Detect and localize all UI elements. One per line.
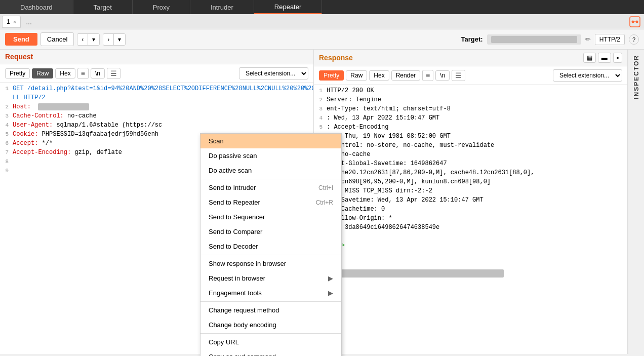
menu-engagement-label: Engagement tools [209, 289, 262, 297]
tab-label: 1 [7, 18, 10, 25]
nav-next-button[interactable]: › [103, 34, 114, 45]
resp-pretty-btn[interactable]: Pretty [319, 70, 344, 81]
menu-scan[interactable]: Scan [200, 134, 341, 148]
resp-select-extension[interactable]: Select extension... [553, 69, 622, 82]
response-format-buttons: Pretty Raw Hex Render ≡ \n ☰ [319, 70, 465, 81]
nav-next-drop-button[interactable]: ▾ [114, 34, 125, 45]
menu-send-decoder[interactable]: Send to Decoder [200, 239, 341, 254]
resp-line-21: 21 █████████████████████████████████████… [314, 269, 627, 279]
resp-line-18: 18 <ter> [314, 242, 627, 251]
nav-prev-button[interactable]: ‹ [77, 34, 88, 45]
nav-intruder[interactable]: Intruder [190, 0, 254, 14]
resp-hex-btn[interactable]: Hex [369, 70, 389, 81]
inspector-sidebar: INSPECTOR [628, 50, 644, 354]
nav-proxy[interactable]: Proxy [133, 0, 190, 14]
menu-scan-label: Scan [209, 137, 224, 145]
resp-line-12: 12 che: MISS TCP_MISS dirn:-2:-2 [314, 187, 627, 196]
resp-format-icon[interactable]: ≡ [422, 70, 433, 81]
req-raw-btn[interactable]: Raw [32, 68, 53, 78]
menu-copy-url[interactable]: Copy URL [200, 335, 341, 349]
response-code-area[interactable]: 1 HTTP/2 200 OK 2 Server: Tengine 3 ent-… [314, 85, 627, 354]
resp-line-2: 2 Server: Tengine [314, 96, 627, 105]
send-button[interactable]: Send [5, 33, 37, 46]
menu-decoder-label: Send to Decoder [209, 243, 258, 250]
response-format-bar: Pretty Raw Hex Render ≡ \n ☰ Select exte… [314, 66, 627, 85]
menu-change-method[interactable]: Change request method [200, 303, 341, 318]
req-format-icon[interactable]: ≡ [77, 68, 89, 79]
menu-sep-2 [200, 255, 341, 255]
target-label: Target: [461, 35, 483, 43]
collab-icon[interactable] [628, 15, 642, 29]
req-select-extension[interactable]: Select extension... [239, 67, 308, 80]
response-view-toggle-1[interactable]: ▦ [583, 53, 596, 63]
svg-point-2 [636, 20, 638, 23]
cancel-button[interactable]: Cancel [41, 32, 74, 46]
menu-request-browser-arrow: ▶ [328, 274, 333, 282]
req-hex-btn[interactable]: Hex [55, 68, 75, 78]
resp-menu-icon[interactable]: ☰ [452, 70, 465, 81]
resp-raw-btn[interactable]: Raw [346, 70, 367, 81]
menu-change-encoding-label: Change body encoding [209, 321, 276, 329]
menu-repeater-shortcut: Ctrl+R [316, 199, 333, 206]
menu-send-repeater[interactable]: Send to Repeater Ctrl+R [200, 195, 341, 210]
resp-line-17: 17 [314, 233, 627, 242]
menu-sep-1 [200, 179, 341, 179]
nav-target[interactable]: Target [73, 0, 133, 14]
req-line-2: 2 Host: ██ ██ ██ ██ [0, 103, 313, 112]
req-newline-btn[interactable]: \n [91, 68, 105, 78]
resp-render-btn[interactable]: Render [391, 70, 420, 81]
menu-engagement-arrow: ▶ [328, 289, 333, 297]
tab-bar: 1 × ... [0, 14, 644, 29]
nav-dashboard[interactable]: Dashboard [0, 0, 73, 14]
menu-copy-curl-label: Copy as curl command [209, 353, 276, 356]
target-area: Target: ████████████████████ ✏ HTTP/2 ? [461, 34, 639, 45]
resp-line-14: 14 ift-Cachetime: 0 [314, 206, 627, 215]
resp-line-8: 8 ma: no-cache [314, 151, 627, 160]
response-view-toggle-2[interactable]: ▬ [598, 53, 611, 63]
resp-line-16: 16 eid: 3da8649c16498626474638549e [314, 224, 627, 233]
request-panel-header: Request [0, 50, 313, 64]
tab-more[interactable]: ... [22, 18, 36, 26]
menu-intruder-shortcut: Ctrl+I [318, 184, 333, 191]
resp-line-20: 20 > [314, 260, 627, 269]
menu-request-browser[interactable]: Request in browser ▶ [200, 271, 341, 286]
menu-send-sequencer[interactable]: Send to Sequencer [200, 210, 341, 224]
help-icon[interactable]: ? [629, 34, 639, 45]
menu-passive-scan-label: Do passive scan [209, 152, 257, 160]
resp-line-19: 19 <r> [314, 251, 627, 260]
response-view-toggle-3[interactable]: ▪ [613, 53, 622, 63]
edit-target-icon[interactable]: ✏ [585, 35, 591, 43]
req-pretty-btn[interactable]: Pretty [5, 68, 30, 78]
menu-send-comparer[interactable]: Send to Comparer [200, 224, 341, 239]
svg-point-1 [632, 20, 634, 23]
req-line-4: 4 User-Agent: sqlmap/1.6#stable (https:/… [0, 122, 313, 131]
resp-line-15: 15 ng-Allow-Origin: * [314, 215, 627, 224]
http2-badge[interactable]: HTTP/2 [595, 34, 625, 45]
context-menu: Scan Do passive scan Do active scan Send… [200, 133, 342, 356]
req-line-1b: LL HTTP/2 [0, 94, 313, 103]
resp-line-1: 1 HTTP/2 200 OK [314, 87, 627, 96]
menu-active-scan-label: Do active scan [209, 167, 252, 174]
nav-repeater[interactable]: Repeater [254, 0, 322, 14]
menu-show-browser[interactable]: Show response in browser [200, 256, 341, 271]
menu-passive-scan[interactable]: Do passive scan [200, 148, 341, 163]
req-line-3: 3 Cache-Control: no-cache [0, 112, 313, 122]
tab-close[interactable]: × [13, 19, 16, 25]
menu-change-method-label: Change request method [209, 306, 279, 314]
menu-copy-curl[interactable]: Copy as curl command [200, 349, 341, 356]
req-line-1: 1 GET /detail.php?&test=1&id=94%20AND%20… [0, 85, 313, 94]
menu-engagement-tools[interactable]: Engagement tools ▶ [200, 286, 341, 300]
menu-change-encoding[interactable]: Change body encoding [200, 318, 341, 332]
req-menu-icon[interactable]: ☰ [107, 68, 120, 79]
menu-copy-url-label: Copy URL [209, 338, 239, 346]
resp-newline-btn[interactable]: \n [435, 70, 450, 81]
tab-1[interactable]: 1 × [2, 16, 21, 28]
nav-prev-group: ‹ ▾ [77, 33, 100, 46]
menu-send-intruder[interactable]: Send to Intruder Ctrl+I [200, 180, 341, 195]
resp-line-10: 10 cache20.12cn2631[87,86,200-0,M], cach… [314, 169, 627, 178]
resp-line-22: 22 <b> [314, 279, 627, 288]
menu-active-scan[interactable]: Do active scan [200, 163, 341, 178]
nav-prev-drop-button[interactable]: ▾ [88, 34, 99, 45]
menu-sequencer-label: Send to Sequencer [209, 213, 265, 221]
resp-line-6: 6 res: Thu, 19 Nov 1981 08:52:00 GMT [314, 133, 627, 142]
